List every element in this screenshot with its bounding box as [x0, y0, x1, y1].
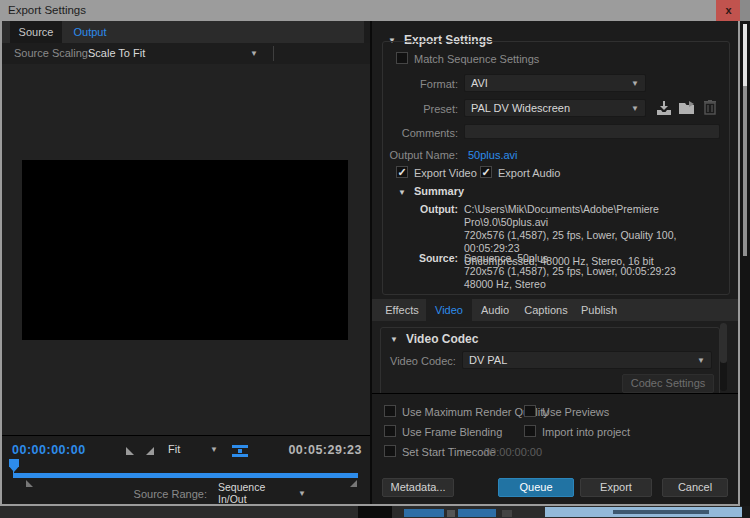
source-range-dropdown[interactable]: Sequence In/Out ▼ [212, 484, 312, 502]
background-timeline-gap [358, 506, 392, 518]
divider [273, 46, 274, 61]
tab-publish-label: Publish [581, 304, 617, 316]
summary-source-label: Source: [372, 252, 458, 264]
video-codec-label: Video Codec: [390, 355, 456, 367]
source-range-label: Source Range: [107, 488, 207, 500]
dialog-titlebar[interactable]: Export Settings x [0, 0, 740, 21]
comments-input[interactable] [464, 124, 720, 139]
source-scaling-value: Scale To Fit [88, 47, 145, 59]
export-video-checkbox[interactable]: ✓ [396, 166, 408, 178]
scrollbar-thumb[interactable] [720, 323, 727, 363]
tab-video[interactable]: Video [426, 299, 472, 321]
output-name-link[interactable]: 50plus.avi [468, 149, 518, 161]
use-previews-checkbox[interactable] [524, 405, 536, 417]
export-audio-checkbox[interactable]: ✓ [480, 166, 492, 178]
cancel-button[interactable]: Cancel [662, 478, 728, 497]
tab-effects[interactable]: Effects [378, 299, 426, 321]
tab-source[interactable]: Source [10, 21, 62, 43]
frame-blending-checkbox[interactable] [384, 425, 396, 437]
zoom-level-value: Fit [168, 443, 180, 455]
export-audio-label: Export Audio [498, 167, 560, 179]
close-button[interactable]: x [716, 0, 741, 21]
summary-source-lines: Sequence, 50plus 720x576 (1,4587), 25 fp… [464, 252, 730, 291]
summary-disclosure-icon[interactable]: ▼ [398, 188, 406, 197]
metadata-button-label: Metadata... [390, 481, 445, 493]
background-clip-lightblue [545, 507, 742, 517]
tab-captions[interactable]: Captions [518, 299, 574, 321]
chevron-down-icon: ▼ [298, 489, 306, 498]
format-value: AVI [471, 77, 488, 89]
tab-publish[interactable]: Publish [574, 299, 624, 321]
background-clip-text-smudge [613, 510, 709, 514]
tab-captions-label: Captions [524, 304, 567, 316]
queue-button-label: Queue [519, 481, 552, 493]
chevron-down-icon: ▼ [631, 79, 639, 88]
background-clip-gray [447, 510, 455, 517]
video-tab-content: ▼ Video Codec Video Codec: DV PAL ▼ Code… [372, 321, 738, 393]
source-scaling-label: Source Scaling: [14, 47, 91, 59]
background-right-strip [740, 0, 750, 518]
delete-preset-icon[interactable] [704, 100, 716, 115]
summary-source-line: 720x576 (1,4587), 25 fps, Lower, 00:05:2… [464, 265, 730, 278]
preset-label: Preset: [372, 103, 458, 115]
preview-area [2, 64, 370, 435]
summary-source-line: 48000 Hz, Stereo [464, 278, 730, 291]
checkmark-icon: ✓ [481, 167, 490, 177]
import-preset-icon[interactable] [679, 101, 696, 115]
video-codec-value: DV PAL [469, 354, 507, 366]
format-label: Format: [372, 78, 458, 90]
summary-output-line: C:\Users\Mik\Documents\Adobe\Premiere Pr… [464, 203, 730, 229]
background-scrollbar-light [743, 24, 747, 86]
source-range-crop-icon[interactable] [232, 445, 248, 457]
frame-blending-label: Use Frame Blending [402, 426, 502, 438]
playhead[interactable] [9, 459, 19, 472]
queue-button[interactable]: Queue [498, 478, 574, 497]
set-out-point-icon[interactable] [146, 447, 154, 455]
match-sequence-checkbox[interactable] [396, 52, 408, 64]
zoom-handle-right[interactable] [350, 480, 357, 487]
source-scaling-row: Source Scaling: Scale To Fit ▼ [2, 43, 370, 64]
export-video-label: Export Video [414, 167, 477, 179]
background-timeline-strip [0, 506, 750, 518]
tab-source-label: Source [19, 26, 54, 38]
video-codec-disclosure-icon[interactable]: ▼ [390, 335, 398, 344]
import-into-project-checkbox[interactable] [524, 425, 536, 437]
preset-dropdown[interactable]: PAL DV Widescreen ▼ [464, 99, 646, 117]
checkmark-icon: ✓ [397, 167, 406, 177]
source-scaling-dropdown[interactable]: Scale To Fit ▼ [82, 44, 264, 62]
video-codec-dropdown[interactable]: DV PAL ▼ [462, 351, 712, 369]
scrubber-track[interactable] [14, 473, 358, 478]
set-in-point-icon[interactable] [126, 447, 134, 455]
export-settings-dialog: Export Settings x Source Output Source S… [0, 0, 740, 506]
chevron-down-icon: ▼ [631, 104, 639, 113]
tab-output[interactable]: Output [62, 21, 118, 43]
transport-bar: 00:00:00:00 Fit ▼ 00:05:29:23 [2, 435, 370, 504]
background-corner [742, 506, 750, 518]
export-button-label: Export [600, 481, 632, 493]
codec-settings-button[interactable]: Codec Settings [622, 374, 714, 393]
start-timecode-value: 00:00:00:00 [484, 446, 542, 458]
use-previews-label: Use Previews [542, 406, 609, 418]
save-preset-icon[interactable] [656, 101, 672, 115]
summary-source-line: Sequence, 50plus [464, 252, 730, 265]
tab-audio-label: Audio [481, 304, 509, 316]
max-render-quality-checkbox[interactable] [384, 405, 396, 417]
preset-value: PAL DV Widescreen [471, 102, 570, 114]
cancel-button-label: Cancel [678, 481, 712, 493]
export-button[interactable]: Export [580, 478, 652, 497]
chevron-down-icon: ▼ [210, 445, 218, 454]
metadata-button[interactable]: Metadata... [382, 478, 454, 497]
background-clip-blue [404, 509, 444, 517]
set-start-timecode-checkbox[interactable] [384, 445, 396, 457]
background-clip-blue [458, 509, 496, 517]
preview-tabbar: Source Output [2, 21, 364, 43]
scrollbar[interactable] [720, 323, 727, 391]
current-timecode[interactable]: 00:00:00:00 [12, 443, 86, 457]
zoom-level-dropdown[interactable]: Fit ▼ [162, 440, 224, 458]
background-clip-gray [502, 510, 512, 517]
zoom-handle-left[interactable] [26, 480, 33, 487]
comments-label: Comments: [372, 127, 458, 139]
format-dropdown[interactable]: AVI ▼ [464, 74, 646, 92]
tab-audio[interactable]: Audio [472, 299, 518, 321]
close-icon: x [725, 4, 731, 16]
